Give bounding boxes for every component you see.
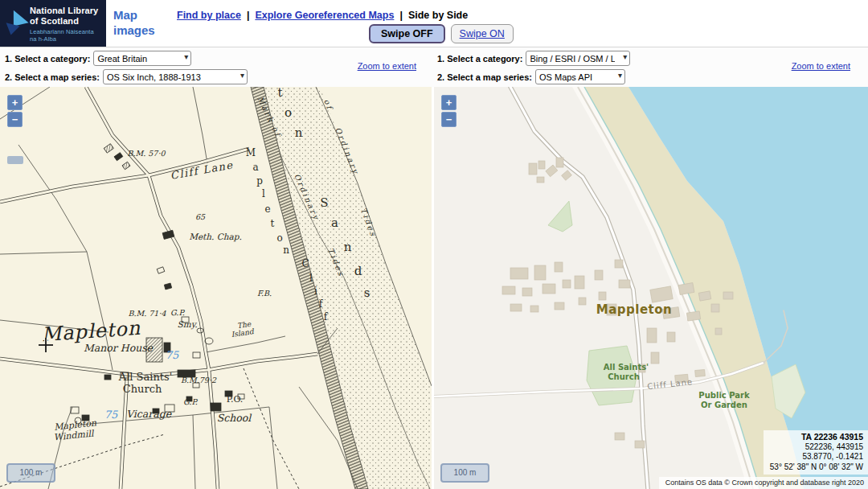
left-category-label: 1. Select a category: <box>5 54 90 64</box>
left-category-select[interactable]: Great Britain <box>93 51 191 66</box>
map-label: a <box>252 162 258 173</box>
map-label: n <box>344 240 353 254</box>
left-controls: 1. Select a category: Great Britain▾ 2. … <box>0 47 432 88</box>
nav-explore-georeferenced[interactable]: Explore Georeferenced Maps <box>255 10 394 21</box>
map-label: n <box>283 244 289 256</box>
nls-logo[interactable]: National Library of Scotland Leabharlann… <box>0 0 106 47</box>
swipe-off-button[interactable]: Swipe OFF <box>369 24 445 43</box>
map-label: 75 <box>166 349 179 361</box>
map-label: p <box>256 175 263 187</box>
right-controls: 1. Select a category: Bing / ESRI / OSM … <box>432 47 868 88</box>
right-series-select[interactable]: OS Maps API <box>535 69 625 84</box>
map-attribution: Contains OS data © Crown copyright and d… <box>659 477 868 489</box>
left-series-select[interactable]: OS Six Inch, 1888-1913 <box>103 69 248 84</box>
right-map-canvas[interactable]: MappletonAll Saints'ChurchCliff LanePubl… <box>434 87 868 489</box>
map-label: All Saints' <box>604 363 649 372</box>
easting-northing: 522236, 443915 <box>770 442 863 453</box>
map-label: All Saints' <box>118 371 173 383</box>
map-label: G.P. <box>183 397 198 406</box>
left-scale-bar: 100 m <box>6 463 55 483</box>
map-label: d <box>354 264 363 278</box>
map-label: s <box>364 286 371 300</box>
left-zoom-control: + − <box>7 95 23 127</box>
swipe-on-button[interactable]: Swipe ON <box>451 24 514 43</box>
right-zoom-out-button[interactable]: − <box>441 112 457 127</box>
map-label: G.P. <box>170 308 185 317</box>
map-label: Mappleton <box>596 302 673 317</box>
map-label: Manor House <box>84 342 154 354</box>
map-label: t <box>277 87 283 100</box>
nls-logo-icon <box>4 7 31 39</box>
map-label: 75 <box>104 409 118 421</box>
map-label: B.M.79·2 <box>181 376 217 384</box>
right-zoom-in-button[interactable]: + <box>441 95 457 110</box>
map-label: a <box>331 216 339 230</box>
map-label: B.M. 57·0 <box>128 149 166 158</box>
main-nav: Find by place|Explore Georeferenced Maps… <box>177 10 468 21</box>
nav-separator: | <box>247 10 250 21</box>
map-label: t <box>271 218 275 229</box>
dms-coordinates: 53° 52' 38" N 0° 08' 32" W <box>770 462 863 473</box>
map-label: e <box>264 203 270 215</box>
right-zoom-control: + − <box>441 95 457 127</box>
map-label: M <box>246 147 256 158</box>
left-series-label: 2. Select a map series: <box>5 72 100 82</box>
nav-side-by-side: Side by Side <box>408 10 468 21</box>
map-label: P.O. <box>227 394 244 405</box>
right-series-label: 2. Select a map series: <box>437 72 532 82</box>
map-label: Church <box>123 383 162 395</box>
map-label: Church <box>608 372 640 381</box>
map-label: i <box>314 286 317 297</box>
map-label: Public Park <box>698 391 750 400</box>
header: National Library of Scotland Leabharlann… <box>0 0 868 47</box>
left-map-drawing: B.M. 57·0Cliff Lane65Meth. Chap.B.M. 71·… <box>0 87 432 489</box>
swipe-toggle-group: Swipe OFF Swipe ON <box>369 24 514 43</box>
nls-logo-text: National Library of Scotland Leabharlann… <box>30 6 98 43</box>
nav-find-by-place[interactable]: Find by place <box>177 10 241 21</box>
lat-lon: 53.8770, -0.1421 <box>770 452 863 462</box>
map-label: l <box>262 188 265 199</box>
left-partial-control[interactable] <box>7 156 23 164</box>
map-label: Vicarage <box>126 408 172 420</box>
map-label: Or Garden <box>701 401 747 409</box>
map-label: S <box>320 195 329 210</box>
left-zoom-in-button[interactable]: + <box>7 95 23 110</box>
map-label: School <box>217 412 252 424</box>
right-category-select[interactable]: Bing / ESRI / OSM / LiDAR <box>526 51 630 66</box>
maps-container: B.M. 57·0Cliff Lane65Meth. Chap.B.M. 71·… <box>0 87 868 489</box>
coordinates-panel: TA 22236 43915 522236, 443915 53.8770, -… <box>764 430 868 475</box>
map-label: Meth. Chap. <box>189 232 242 242</box>
map-label: o <box>285 105 293 120</box>
right-category-label: 1. Select a category: <box>437 54 522 64</box>
left-zoom-to-extent-link[interactable]: Zoom to extent <box>358 61 416 71</box>
grid-reference: TA 22236 43915 <box>770 432 863 442</box>
controls-bar: 1. Select a category: Great Britain▾ 2. … <box>0 47 868 87</box>
map-label: Smy. <box>177 319 197 330</box>
map-label: F.B. <box>257 289 272 298</box>
map-label: l <box>309 273 313 284</box>
nav-separator: | <box>399 10 403 21</box>
map-label: o <box>276 232 282 244</box>
map-label: 65 <box>195 212 206 221</box>
left-zoom-out-button[interactable]: − <box>7 112 23 127</box>
right-map-drawing: MappletonAll Saints'ChurchCliff LanePubl… <box>434 87 868 489</box>
map-label: n <box>295 125 304 140</box>
map-label: C <box>301 258 309 269</box>
app-title: Map images <box>113 7 155 38</box>
right-zoom-to-extent-link[interactable]: Zoom to extent <box>792 61 850 71</box>
right-scale-bar: 100 m <box>440 463 489 483</box>
left-map-canvas[interactable]: B.M. 57·0Cliff Lane65Meth. Chap.B.M. 71·… <box>0 87 432 489</box>
